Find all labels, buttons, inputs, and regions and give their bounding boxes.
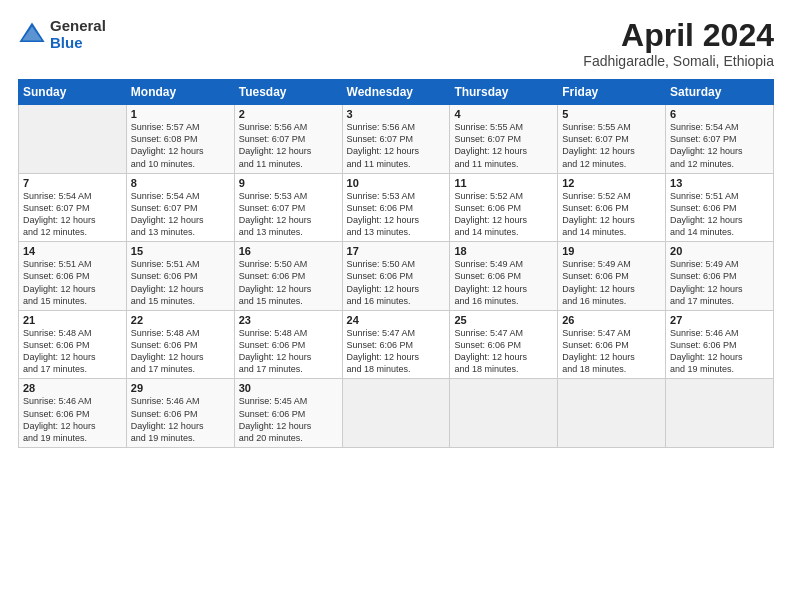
logo-general: General: [50, 18, 106, 35]
day-number: 20: [670, 245, 769, 257]
day-cell: 15Sunrise: 5:51 AM Sunset: 6:06 PM Dayli…: [126, 242, 234, 311]
day-number: 28: [23, 382, 122, 394]
day-cell: 30Sunrise: 5:45 AM Sunset: 6:06 PM Dayli…: [234, 379, 342, 448]
cell-info: Sunrise: 5:49 AM Sunset: 6:06 PM Dayligh…: [562, 258, 661, 307]
cell-info: Sunrise: 5:51 AM Sunset: 6:06 PM Dayligh…: [670, 190, 769, 239]
day-cell: 13Sunrise: 5:51 AM Sunset: 6:06 PM Dayli…: [666, 173, 774, 242]
day-cell: 25Sunrise: 5:47 AM Sunset: 6:06 PM Dayli…: [450, 310, 558, 379]
day-number: 14: [23, 245, 122, 257]
day-number: 8: [131, 177, 230, 189]
cell-info: Sunrise: 5:53 AM Sunset: 6:06 PM Dayligh…: [347, 190, 446, 239]
day-number: 22: [131, 314, 230, 326]
day-number: 29: [131, 382, 230, 394]
day-number: 30: [239, 382, 338, 394]
day-cell: 1Sunrise: 5:57 AM Sunset: 6:08 PM Daylig…: [126, 105, 234, 174]
day-cell: [19, 105, 127, 174]
day-cell: [666, 379, 774, 448]
day-cell: 4Sunrise: 5:55 AM Sunset: 6:07 PM Daylig…: [450, 105, 558, 174]
day-cell: 11Sunrise: 5:52 AM Sunset: 6:06 PM Dayli…: [450, 173, 558, 242]
cell-info: Sunrise: 5:54 AM Sunset: 6:07 PM Dayligh…: [670, 121, 769, 170]
day-number: 23: [239, 314, 338, 326]
day-cell: [558, 379, 666, 448]
day-number: 12: [562, 177, 661, 189]
cell-info: Sunrise: 5:51 AM Sunset: 6:06 PM Dayligh…: [131, 258, 230, 307]
week-row: 21Sunrise: 5:48 AM Sunset: 6:06 PM Dayli…: [19, 310, 774, 379]
cell-info: Sunrise: 5:55 AM Sunset: 6:07 PM Dayligh…: [562, 121, 661, 170]
cell-info: Sunrise: 5:48 AM Sunset: 6:06 PM Dayligh…: [23, 327, 122, 376]
day-cell: 7Sunrise: 5:54 AM Sunset: 6:07 PM Daylig…: [19, 173, 127, 242]
cell-info: Sunrise: 5:56 AM Sunset: 6:07 PM Dayligh…: [347, 121, 446, 170]
day-cell: 3Sunrise: 5:56 AM Sunset: 6:07 PM Daylig…: [342, 105, 450, 174]
header-row: SundayMondayTuesdayWednesdayThursdayFrid…: [19, 80, 774, 105]
day-number: 17: [347, 245, 446, 257]
day-number: 24: [347, 314, 446, 326]
day-cell: 17Sunrise: 5:50 AM Sunset: 6:06 PM Dayli…: [342, 242, 450, 311]
day-cell: 20Sunrise: 5:49 AM Sunset: 6:06 PM Dayli…: [666, 242, 774, 311]
logo-icon: [18, 21, 46, 49]
day-cell: 24Sunrise: 5:47 AM Sunset: 6:06 PM Dayli…: [342, 310, 450, 379]
title-block: April 2024 Fadhigaradle, Somali, Ethiopi…: [583, 18, 774, 69]
cell-info: Sunrise: 5:57 AM Sunset: 6:08 PM Dayligh…: [131, 121, 230, 170]
day-number: 6: [670, 108, 769, 120]
day-cell: 9Sunrise: 5:53 AM Sunset: 6:07 PM Daylig…: [234, 173, 342, 242]
day-cell: 12Sunrise: 5:52 AM Sunset: 6:06 PM Dayli…: [558, 173, 666, 242]
day-cell: 5Sunrise: 5:55 AM Sunset: 6:07 PM Daylig…: [558, 105, 666, 174]
cell-info: Sunrise: 5:53 AM Sunset: 6:07 PM Dayligh…: [239, 190, 338, 239]
cell-info: Sunrise: 5:52 AM Sunset: 6:06 PM Dayligh…: [562, 190, 661, 239]
day-cell: 16Sunrise: 5:50 AM Sunset: 6:06 PM Dayli…: [234, 242, 342, 311]
day-number: 26: [562, 314, 661, 326]
day-number: 21: [23, 314, 122, 326]
day-cell: [450, 379, 558, 448]
day-cell: 26Sunrise: 5:47 AM Sunset: 6:06 PM Dayli…: [558, 310, 666, 379]
day-number: 7: [23, 177, 122, 189]
weekday-header: Sunday: [19, 80, 127, 105]
day-number: 2: [239, 108, 338, 120]
day-number: 11: [454, 177, 553, 189]
calendar-table: SundayMondayTuesdayWednesdayThursdayFrid…: [18, 79, 774, 448]
week-row: 7Sunrise: 5:54 AM Sunset: 6:07 PM Daylig…: [19, 173, 774, 242]
cell-info: Sunrise: 5:46 AM Sunset: 6:06 PM Dayligh…: [670, 327, 769, 376]
cell-info: Sunrise: 5:54 AM Sunset: 6:07 PM Dayligh…: [131, 190, 230, 239]
cell-info: Sunrise: 5:45 AM Sunset: 6:06 PM Dayligh…: [239, 395, 338, 444]
day-number: 19: [562, 245, 661, 257]
page: General Blue April 2024 Fadhigaradle, So…: [0, 0, 792, 612]
cell-info: Sunrise: 5:48 AM Sunset: 6:06 PM Dayligh…: [239, 327, 338, 376]
day-cell: 21Sunrise: 5:48 AM Sunset: 6:06 PM Dayli…: [19, 310, 127, 379]
cell-info: Sunrise: 5:49 AM Sunset: 6:06 PM Dayligh…: [454, 258, 553, 307]
main-title: April 2024: [583, 18, 774, 53]
weekday-header: Wednesday: [342, 80, 450, 105]
day-cell: 6Sunrise: 5:54 AM Sunset: 6:07 PM Daylig…: [666, 105, 774, 174]
weekday-header: Friday: [558, 80, 666, 105]
cell-info: Sunrise: 5:50 AM Sunset: 6:06 PM Dayligh…: [347, 258, 446, 307]
cell-info: Sunrise: 5:48 AM Sunset: 6:06 PM Dayligh…: [131, 327, 230, 376]
day-cell: 22Sunrise: 5:48 AM Sunset: 6:06 PM Dayli…: [126, 310, 234, 379]
cell-info: Sunrise: 5:52 AM Sunset: 6:06 PM Dayligh…: [454, 190, 553, 239]
cell-info: Sunrise: 5:46 AM Sunset: 6:06 PM Dayligh…: [23, 395, 122, 444]
cell-info: Sunrise: 5:49 AM Sunset: 6:06 PM Dayligh…: [670, 258, 769, 307]
day-cell: 2Sunrise: 5:56 AM Sunset: 6:07 PM Daylig…: [234, 105, 342, 174]
cell-info: Sunrise: 5:47 AM Sunset: 6:06 PM Dayligh…: [562, 327, 661, 376]
day-number: 27: [670, 314, 769, 326]
day-cell: 23Sunrise: 5:48 AM Sunset: 6:06 PM Dayli…: [234, 310, 342, 379]
week-row: 28Sunrise: 5:46 AM Sunset: 6:06 PM Dayli…: [19, 379, 774, 448]
day-number: 16: [239, 245, 338, 257]
day-number: 10: [347, 177, 446, 189]
cell-info: Sunrise: 5:50 AM Sunset: 6:06 PM Dayligh…: [239, 258, 338, 307]
week-row: 14Sunrise: 5:51 AM Sunset: 6:06 PM Dayli…: [19, 242, 774, 311]
weekday-header: Monday: [126, 80, 234, 105]
cell-info: Sunrise: 5:56 AM Sunset: 6:07 PM Dayligh…: [239, 121, 338, 170]
weekday-header: Saturday: [666, 80, 774, 105]
cell-info: Sunrise: 5:55 AM Sunset: 6:07 PM Dayligh…: [454, 121, 553, 170]
day-number: 18: [454, 245, 553, 257]
day-cell: 28Sunrise: 5:46 AM Sunset: 6:06 PM Dayli…: [19, 379, 127, 448]
day-number: 25: [454, 314, 553, 326]
cell-info: Sunrise: 5:47 AM Sunset: 6:06 PM Dayligh…: [454, 327, 553, 376]
day-cell: 10Sunrise: 5:53 AM Sunset: 6:06 PM Dayli…: [342, 173, 450, 242]
logo-blue: Blue: [50, 35, 106, 52]
weekday-header: Tuesday: [234, 80, 342, 105]
cell-info: Sunrise: 5:46 AM Sunset: 6:06 PM Dayligh…: [131, 395, 230, 444]
weekday-header: Thursday: [450, 80, 558, 105]
day-number: 13: [670, 177, 769, 189]
day-cell: 29Sunrise: 5:46 AM Sunset: 6:06 PM Dayli…: [126, 379, 234, 448]
day-cell: 19Sunrise: 5:49 AM Sunset: 6:06 PM Dayli…: [558, 242, 666, 311]
